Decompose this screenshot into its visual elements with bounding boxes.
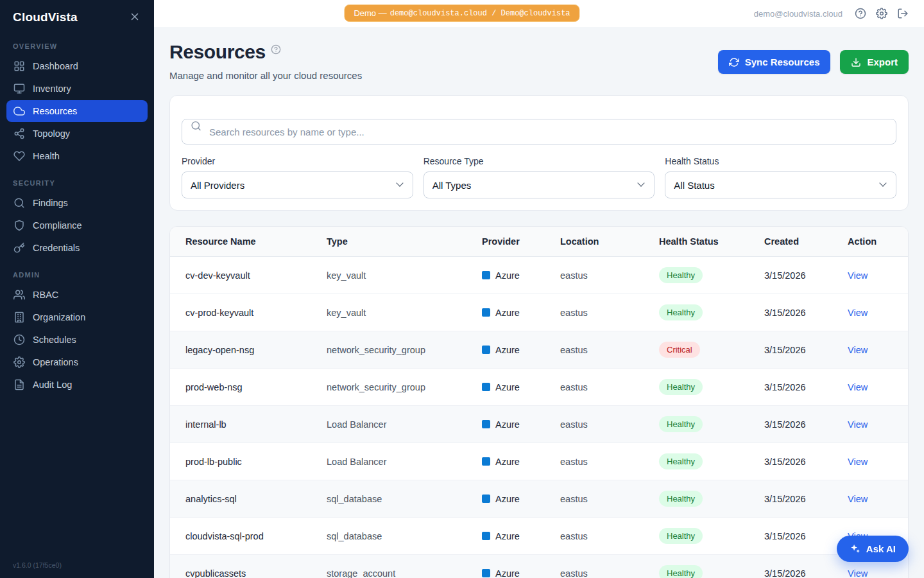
resource-type: storage_account <box>319 555 474 578</box>
sync-resources-label: Sync Resources <box>745 57 820 67</box>
main-area: Demo — demo@cloudvista.cloud / Demo@clou… <box>154 0 924 578</box>
key-icon <box>13 242 25 254</box>
view-link[interactable]: View <box>848 382 868 392</box>
azure-icon <box>482 532 490 540</box>
filter-card: Provider All Providers Resource Type All… <box>169 95 909 211</box>
sidebar-item-organization[interactable]: Organization <box>6 306 148 328</box>
sidebar: CloudVista OVERVIEWDashboardInventoryRes… <box>0 0 154 578</box>
health-badge: Healthy <box>659 416 703 432</box>
azure-icon <box>482 271 490 279</box>
help-circle-icon <box>855 8 866 19</box>
resource-location: eastus <box>552 369 651 406</box>
topbar: Demo — demo@cloudvista.cloud / Demo@clou… <box>154 0 924 27</box>
view-link[interactable]: View <box>848 345 868 355</box>
azure-icon <box>482 308 490 317</box>
view-link[interactable]: View <box>848 494 868 504</box>
logout-icon[interactable] <box>897 8 909 19</box>
resource-type-select[interactable]: All Types <box>424 171 655 198</box>
table-row: prod-lb-publicLoad BalancerAzureeastusHe… <box>170 443 908 480</box>
page-title: Resources <box>169 41 362 63</box>
sidebar-item-label: Inventory <box>33 83 71 94</box>
view-link[interactable]: View <box>848 308 868 318</box>
gear-icon <box>876 8 887 19</box>
table-row: prod-web-nsgnetwork_security_groupAzuree… <box>170 369 908 406</box>
demo-badge-prefix: Demo — <box>354 8 386 18</box>
provider-cell: Azure <box>482 382 545 392</box>
gear-icon[interactable] <box>876 8 887 19</box>
resources-table: Resource Name Type Provider Location Hea… <box>170 227 908 578</box>
sidebar-item-credentials[interactable]: Credentials <box>6 237 148 259</box>
sidebar-item-inventory[interactable]: Inventory <box>6 78 148 100</box>
sidebar-item-label: Organization <box>33 312 85 322</box>
filters-row: Provider All Providers Resource Type All… <box>182 156 896 198</box>
help-icon[interactable] <box>855 8 866 19</box>
resource-name: analytics-sql <box>170 480 319 518</box>
view-link[interactable]: View <box>848 568 868 578</box>
sidebar-close-button[interactable] <box>128 11 141 24</box>
help-circle-icon <box>271 44 281 55</box>
sidebar-item-schedules[interactable]: Schedules <box>6 329 148 351</box>
provider-cell: Azure <box>482 345 545 355</box>
search-input[interactable] <box>182 119 896 144</box>
provider-name: Azure <box>495 494 520 504</box>
sidebar-item-operations[interactable]: Operations <box>6 351 148 373</box>
table-row: cloudvista-sql-prodsql_databaseAzureeast… <box>170 518 908 555</box>
table-header-row: Resource Name Type Provider Location Hea… <box>170 227 908 257</box>
created-date: 3/15/2026 <box>757 406 840 443</box>
resource-location: eastus <box>552 555 651 578</box>
resource-location: eastus <box>552 443 651 480</box>
sidebar-item-topology[interactable]: Topology <box>6 123 148 144</box>
ask-ai-label: Ask AI <box>866 543 896 554</box>
sidebar-item-label: Audit Log <box>33 380 72 390</box>
sidebar-item-health[interactable]: Health <box>6 145 148 167</box>
page-help-icon[interactable] <box>271 44 281 55</box>
sync-resources-button[interactable]: Sync Resources <box>718 50 831 74</box>
refresh-icon <box>729 57 739 67</box>
provider-name: Azure <box>495 382 520 392</box>
provider-select[interactable]: All Providers <box>182 171 413 198</box>
resource-type: network_security_group <box>319 369 474 406</box>
health-badge: Healthy <box>659 267 703 283</box>
resource-location: eastus <box>552 518 651 555</box>
provider-cell: Azure <box>482 531 545 541</box>
provider-cell: Azure <box>482 494 545 504</box>
provider-select-wrap: All Providers <box>182 171 413 198</box>
sidebar-item-findings[interactable]: Findings <box>6 192 148 214</box>
column-header-location: Location <box>552 227 651 257</box>
health-status-filter-label: Health Status <box>665 156 896 166</box>
view-link[interactable]: View <box>848 270 868 281</box>
resource-name: cv-prod-keyvault <box>170 294 319 331</box>
page-title-text: Resources <box>169 41 266 63</box>
sidebar-item-rbac[interactable]: RBAC <box>6 284 148 306</box>
users-icon <box>13 289 25 301</box>
health-status-select[interactable]: All Status <box>665 171 896 198</box>
view-link[interactable]: View <box>848 457 868 467</box>
created-date: 3/15/2026 <box>757 555 840 578</box>
provider-name: Azure <box>495 345 520 355</box>
sidebar-item-resources[interactable]: Resources <box>6 100 148 122</box>
provider-name: Azure <box>495 419 520 430</box>
sidebar-section-label: ADMIN <box>0 259 154 283</box>
sidebar-item-dashboard[interactable]: Dashboard <box>6 55 148 77</box>
sidebar-item-label: Findings <box>33 198 68 208</box>
export-button[interactable]: Export <box>840 50 909 74</box>
provider-cell: Azure <box>482 308 545 318</box>
provider-name: Azure <box>495 308 520 318</box>
ask-ai-button[interactable]: Ask AI <box>837 536 909 562</box>
sidebar-item-label: Health <box>33 151 60 161</box>
provider-cell: Azure <box>482 270 545 281</box>
azure-icon <box>482 420 490 428</box>
table-row: cvpublicassetsstorage_accountAzureeastus… <box>170 555 908 578</box>
provider-cell: Azure <box>482 457 545 467</box>
app-root: CloudVista OVERVIEWDashboardInventoryRes… <box>0 0 924 578</box>
resources-table-card: Resource Name Type Provider Location Hea… <box>169 226 909 578</box>
resource-name: cvpublicassets <box>170 555 319 578</box>
sidebar-item-compliance[interactable]: Compliance <box>6 215 148 236</box>
page-header: Resources Manage and monitor all your cl… <box>169 41 909 81</box>
column-header-type: Type <box>319 227 474 257</box>
azure-icon <box>482 569 490 577</box>
demo-badge: Demo — demo@cloudvista.cloud / Demo@clou… <box>344 4 579 22</box>
resource-type: key_vault <box>319 294 474 331</box>
view-link[interactable]: View <box>848 419 868 430</box>
sidebar-item-audit-log[interactable]: Audit Log <box>6 374 148 396</box>
